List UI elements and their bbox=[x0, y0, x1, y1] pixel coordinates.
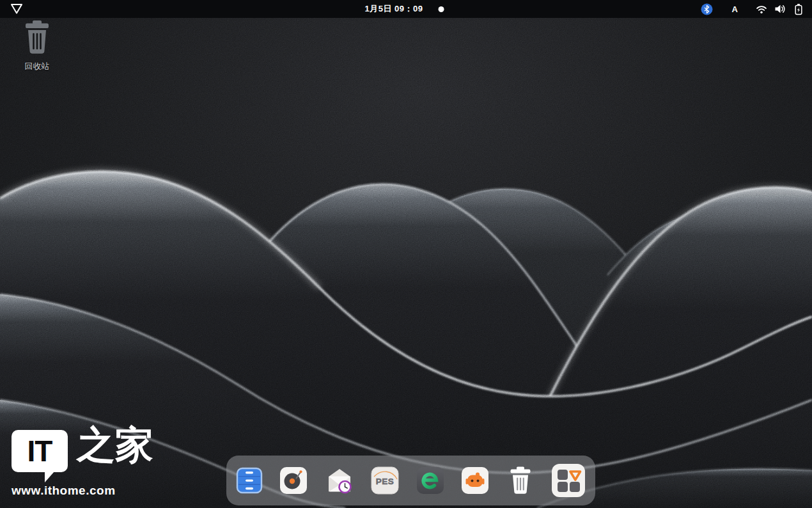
dock-ai-assistant[interactable] bbox=[461, 466, 489, 495]
status-dot-icon bbox=[439, 6, 444, 12]
ithome-logo-bubble: IT bbox=[12, 430, 68, 472]
recycle-bin-icon bbox=[20, 19, 54, 59]
dock-app-launcher[interactable] bbox=[551, 463, 586, 498]
dock-trash[interactable] bbox=[506, 466, 535, 495]
dock-pes-app[interactable]: PES bbox=[371, 466, 399, 495]
top-panel: 1月5日 09：09 A bbox=[0, 0, 812, 18]
dock: PES bbox=[226, 456, 595, 505]
dock-mail[interactable] bbox=[325, 466, 354, 495]
ithome-url: www.ithome.com bbox=[12, 484, 116, 498]
volume-icon[interactable] bbox=[774, 0, 786, 18]
ithome-logo-text: IT bbox=[27, 434, 52, 468]
dock-file-manager[interactable] bbox=[236, 467, 263, 494]
dock-music-player[interactable] bbox=[279, 466, 308, 495]
svg-text:PES: PES bbox=[376, 477, 394, 486]
recycle-bin-label: 回收站 bbox=[25, 61, 50, 72]
input-method-indicator[interactable]: A bbox=[730, 0, 740, 18]
battery-charging-icon[interactable] bbox=[793, 0, 804, 18]
wifi-icon[interactable] bbox=[756, 0, 767, 18]
desktop-recycle-bin[interactable]: 回收站 bbox=[9, 19, 65, 72]
dock-browser-e[interactable] bbox=[416, 466, 444, 495]
bluetooth-icon[interactable] bbox=[701, 0, 713, 18]
ithome-watermark: IT 之家 www.ithome.com bbox=[12, 429, 178, 503]
ithome-logo-tail bbox=[45, 472, 54, 482]
clock[interactable]: 1月5日 09：09 bbox=[365, 3, 423, 15]
ithome-calligraphy: 之家 bbox=[77, 424, 153, 466]
openkylin-logo-icon[interactable] bbox=[9, 3, 24, 15]
